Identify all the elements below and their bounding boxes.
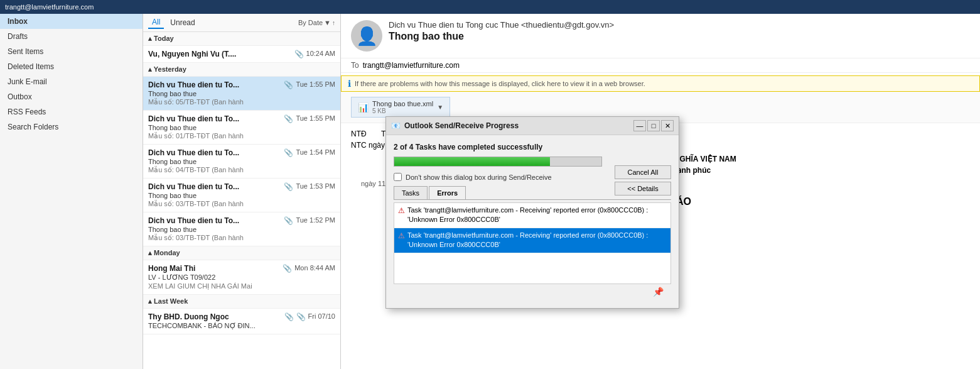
email-time: 10:24 AM xyxy=(306,50,335,57)
email-preview: Mẫu số: 04/TB-TĐT (Ban hành xyxy=(148,166,335,174)
email-preview: Mẫu số: 03/TB-TĐT (Ban hành xyxy=(148,200,335,208)
email-item[interactable]: Vu, Nguyen Nghi Vu (T.... 📎 10:24 AM xyxy=(143,46,340,63)
dialog-minimize-button[interactable]: — xyxy=(633,120,646,131)
sidebar: Inbox Drafts Sent Items Deleted Items Ju… xyxy=(0,14,143,369)
dialog-buttons: Cancel All << Details xyxy=(615,165,671,196)
email-subject: TECHCOMBANK - BÁO NỢ ĐIN... xyxy=(148,322,335,330)
body-from-label: NTĐ xyxy=(351,129,367,138)
dialog-status-text: 2 of 4 Tasks have completed successfully xyxy=(394,143,602,151)
dont-show-checkbox[interactable] xyxy=(394,173,402,181)
pin-button[interactable]: 📌 xyxy=(653,287,664,297)
email-item[interactable]: Thy BHD. Duong Ngoc 📎 📎 Fri 07/10 TECHCO… xyxy=(143,309,340,334)
email-list-header: All Unread By Date ▼ ↑ xyxy=(143,14,340,32)
attachment-icon: 📎 xyxy=(284,114,293,123)
email-time: Fri 07/10 xyxy=(308,312,335,320)
account-email: trangtt@lamvietfurniture.com xyxy=(5,3,94,11)
email-time: Tue 1:55 PM xyxy=(296,114,335,122)
sort-label: By Date xyxy=(298,19,323,26)
attachment-icon: 📎 xyxy=(284,182,293,191)
checkbox-label[interactable]: Don't show this dialog box during Send/R… xyxy=(406,173,552,181)
group-header-today: ▴ Today xyxy=(143,32,340,46)
sidebar-item-outbox[interactable]: Outbox xyxy=(0,89,143,104)
attachment-icon: 📎 xyxy=(284,80,293,89)
top-bar: trangtt@lamvietfurniture.com xyxy=(0,0,980,14)
error-text: Task 'trangtt@lamvietfurniture.com - Rec… xyxy=(407,231,667,250)
sidebar-item-junk-email[interactable]: Junk E-mail xyxy=(0,74,143,89)
email-time: Tue 1:54 PM xyxy=(296,148,335,156)
email-sender: Dich vu Thue dien tu To... xyxy=(148,148,281,157)
to-email: trangtt@lamvietfurniture.com xyxy=(363,61,460,70)
email-item[interactable]: Dich vu Thue dien tu To... 📎 Tue 1:53 PM… xyxy=(143,179,340,212)
reading-subject: Thong bao thue xyxy=(389,31,970,42)
to-label: To xyxy=(351,61,359,70)
sidebar-item-drafts[interactable]: Drafts xyxy=(0,29,143,44)
tab-tasks[interactable]: Tasks xyxy=(394,186,428,199)
cancel-all-button[interactable]: Cancel All xyxy=(615,165,671,179)
filter-all-button[interactable]: All xyxy=(148,16,164,29)
attachment-icon-2: 📎 xyxy=(296,312,306,321)
progress-bar-container xyxy=(394,157,602,167)
email-preview: Mẫu số: 01/TB-TĐT (Ban hành xyxy=(148,132,335,140)
email-item[interactable]: Dich vu Thue dien tu To... 📎 Tue 1:55 PM… xyxy=(143,77,340,111)
email-time: Tue 1:53 PM xyxy=(296,182,335,190)
attachment-icon: 📎 xyxy=(294,50,304,58)
email-sender: Vu, Nguyen Nghi Vu (T.... xyxy=(148,50,292,58)
dialog-close-button[interactable]: ✕ xyxy=(661,120,674,131)
dialog-content: 2 of 4 Tasks have completed successfully… xyxy=(386,135,679,308)
group-header-monday: ▴ Monday xyxy=(143,246,340,260)
email-list-panel: All Unread By Date ▼ ↑ ▴ Today Vu, Nguye… xyxy=(143,14,341,369)
sidebar-item-inbox[interactable]: Inbox xyxy=(0,14,143,29)
email-preview: XEM LAI GIUM CHỊ NHA GÁI Mai xyxy=(148,282,335,290)
sort-direction-icon: ↑ xyxy=(332,19,335,26)
group-header-last-week: ▴ Last Week xyxy=(143,295,340,309)
dialog-main-area: 2 of 4 Tasks have completed successfully… xyxy=(394,143,602,181)
email-item[interactable]: Hong Mai Thi 📎 Mon 8:44 AM LV - LƯƠNG T0… xyxy=(143,260,340,295)
attachment-size: 5 KB xyxy=(372,107,433,114)
email-sender: Hong Mai Thi xyxy=(148,264,280,273)
email-subject: Thong bao thue xyxy=(148,226,335,233)
header-info-text: Dich vu Thue dien tu Tong cuc Thue <thue… xyxy=(389,20,970,42)
send-receive-dialog: 📧 Outlook Send/Receive Progress — □ ✕ 2 … xyxy=(385,116,679,309)
dialog-title-bar: 📧 Outlook Send/Receive Progress — □ ✕ xyxy=(386,117,679,135)
to-line: To trangtt@lamvietfurniture.com xyxy=(341,58,980,73)
attachment-name: Thong bao thue.xml xyxy=(372,100,433,107)
error-item[interactable]: ⚠ Task 'trangtt@lamvietfurniture.com - R… xyxy=(394,203,670,228)
attachment-dropdown-icon[interactable]: ▼ xyxy=(437,104,443,111)
email-sender: Dich vu Thue dien tu To... xyxy=(148,80,281,89)
dialog-title-text: Outlook Send/Receive Progress xyxy=(404,121,630,130)
email-preview: Mẫu số: 03/TB-TĐT (Ban hành xyxy=(148,234,335,242)
avatar: 👤 xyxy=(351,20,382,52)
email-sender: Dich vu Thue dien tu To... xyxy=(148,182,281,191)
email-sender: Thy BHD. Duong Ngoc xyxy=(148,312,282,321)
attachment-file[interactable]: 📊 Thong bao thue.xml 5 KB ▼ xyxy=(351,97,450,118)
email-preview: Mẫu số: 05/TB-TĐT (Ban hành xyxy=(148,98,335,106)
progress-bar-fill xyxy=(394,157,550,166)
email-time: Mon 8:44 AM xyxy=(294,264,335,272)
info-bar: ℹ If there are problems with how this me… xyxy=(341,75,980,92)
sidebar-item-search-folders[interactable]: Search Folders xyxy=(0,119,143,135)
dialog-footer: 📌 xyxy=(394,284,671,300)
email-subject: Thong bao thue xyxy=(148,90,335,97)
email-subject: Thong bao thue xyxy=(148,192,335,199)
details-button[interactable]: << Details xyxy=(615,182,671,196)
attachment-icon: 📎 xyxy=(284,312,294,321)
email-item[interactable]: Dich vu Thue dien tu To... 📎 Tue 1:54 PM… xyxy=(143,145,340,179)
sidebar-item-rss-feeds[interactable]: RSS Feeds xyxy=(0,104,143,119)
dialog-maximize-button[interactable]: □ xyxy=(647,120,660,131)
group-header-yesterday: ▴ Yesterday xyxy=(143,63,340,77)
attachment-details: Thong bao thue.xml 5 KB xyxy=(372,100,433,114)
email-item[interactable]: Dich vu Thue dien tu To... 📎 Tue 1:55 PM… xyxy=(143,111,340,145)
sidebar-item-sent-items[interactable]: Sent Items xyxy=(0,44,143,59)
checkbox-row: Don't show this dialog box during Send/R… xyxy=(394,173,602,181)
attachment-icon: 📎 xyxy=(284,216,293,225)
email-time: Tue 1:55 PM xyxy=(296,80,335,88)
sidebar-item-deleted-items[interactable]: Deleted Items xyxy=(0,59,143,74)
tab-errors[interactable]: Errors xyxy=(429,186,466,199)
sort-button[interactable]: By Date ▼ ↑ xyxy=(298,19,335,26)
email-item[interactable]: Dich vu Thue dien tu To... 📎 Tue 1:52 PM… xyxy=(143,212,340,246)
email-sender: Dich vu Thue dien tu To... xyxy=(148,114,281,123)
error-item-highlighted[interactable]: ⚠ Task 'trangtt@lamvietfurniture.com - R… xyxy=(394,228,670,253)
email-time: Tue 1:52 PM xyxy=(296,216,335,224)
filter-unread-button[interactable]: Unread xyxy=(166,17,198,28)
error-list: ⚠ Task 'trangtt@lamvietfurniture.com - R… xyxy=(394,202,671,284)
